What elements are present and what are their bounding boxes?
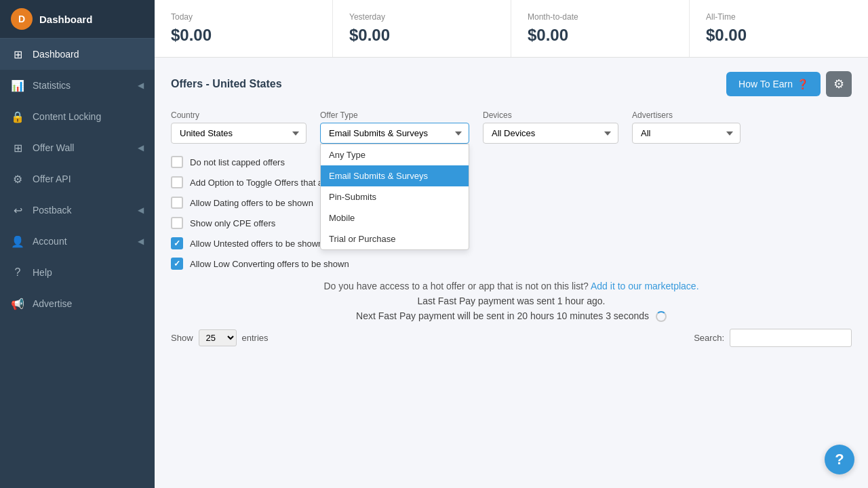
stat-alltime-label: All-Time [706,12,852,22]
stat-month-value: $0.00 [528,26,673,45]
dating-checkbox[interactable] [171,197,183,209]
offer-type-dropdown-container: Email Submits & Surveys Any Type Email S… [320,123,469,144]
stat-month: Month-to-date $0.00 [511,0,690,57]
checkbox-row-toggle-offers: Add Option to Toggle Offers that apply t… [171,176,852,188]
marketplace-text: Do you have access to a hot offer or app… [171,281,852,291]
checkbox-row-cpe: Show only CPE offers [171,217,852,229]
fast-pay-spinner [656,311,667,322]
postback-arrow-icon: ◀ [138,205,144,215]
checkboxes-area: Do not list capped offers Add Option to … [171,156,852,270]
info-section: Do you have access to a hot offer or app… [171,281,852,322]
sidebar-item-content-locking[interactable]: 🔒 Content Locking [0,101,155,132]
statistics-icon: 📊 [11,79,24,92]
capped-checkbox[interactable] [171,156,183,168]
stat-today-value: $0.00 [171,26,316,45]
sidebar-item-account[interactable]: 👤 Account ◀ [0,226,155,257]
sidebar-item-advertise[interactable]: 📢 Advertise [0,288,155,319]
sidebar-item-dashboard-label: Dashboard [33,49,144,60]
stat-month-label: Month-to-date [528,12,673,22]
checkbox-row-dating: Allow Dating offers to be shown [171,197,852,209]
dashboard-logo-icon: D [11,8,33,30]
offer-wall-arrow-icon: ◀ [138,143,144,152]
advertisers-label: Advertisers [632,110,741,120]
search-right: Search: [694,329,852,347]
how-to-earn-button[interactable]: How To Earn ❓ [726,72,821,96]
postback-icon: ↩ [11,203,24,217]
sidebar-item-advertise-label: Advertise [33,298,144,309]
stat-yesterday-value: $0.00 [349,26,494,45]
sidebar-item-offer-wall-label: Offer Wall [33,142,138,153]
capped-label: Do not list capped offers [190,157,285,167]
offer-wall-icon: ⊞ [11,141,24,155]
cpe-checkbox[interactable] [171,217,183,229]
settings-icon: ⚙ [833,77,844,92]
search-input[interactable] [730,329,852,347]
offers-title: Offers - United States [171,78,282,90]
help-bubble[interactable]: ? [825,445,854,474]
filters-row: Country United States Offer Type Email S… [171,110,852,144]
devices-select[interactable]: All Devices [483,123,618,144]
entries-select[interactable]: 25 50 100 [199,329,237,346]
offer-api-icon: ⚙ [11,172,24,186]
checkbox-row-untested: Allow Untested offers to be shown [171,237,852,249]
sidebar-item-statistics-label: Statistics [33,80,138,91]
search-label: Search: [694,333,724,343]
question-icon: ❓ [797,79,808,89]
stat-today-label: Today [171,12,316,22]
sidebar-item-help-label: Help [33,267,144,278]
checkbox-row-low-converting: Allow Low Converting offers to be shown [171,258,852,270]
account-arrow-icon: ◀ [138,237,144,246]
statistics-arrow-icon: ◀ [138,81,144,90]
sidebar-item-postback[interactable]: ↩ Postback ◀ [0,195,155,226]
country-filter-group: Country United States [171,110,307,144]
offer-type-selected-value: Email Submits & Surveys [329,128,428,138]
offer-type-dropdown-menu: Any Type Email Submits & Surveys Pin-Sub… [320,144,469,250]
sidebar-item-statistics[interactable]: 📊 Statistics ◀ [0,70,155,101]
sidebar-item-offer-api[interactable]: ⚙ Offer API [0,163,155,195]
offer-type-select-box[interactable]: Email Submits & Surveys [320,123,469,144]
content-locking-icon: 🔒 [11,110,24,123]
help-icon: ? [11,266,24,279]
stat-today: Today $0.00 [155,0,333,57]
devices-label: Devices [483,110,618,120]
account-icon: 👤 [11,235,24,248]
stat-yesterday: Yesterday $0.00 [333,0,511,57]
sidebar-item-offer-api-label: Offer API [33,174,144,184]
sidebar-logo-text: Dashboard [39,14,92,25]
sidebar-item-content-locking-label: Content Locking [33,111,144,122]
advertisers-select[interactable]: All [632,123,741,144]
untested-label: Allow Untested offers to be shown [190,239,323,249]
offers-header: Offers - United States How To Earn ❓ ⚙ [171,71,852,97]
toggle-offers-checkbox[interactable] [171,176,183,188]
stat-alltime-value: $0.00 [706,26,852,45]
sidebar-item-dashboard[interactable]: ⊞ Dashboard [0,39,155,70]
dropdown-option-mobile[interactable]: Mobile [321,207,469,228]
dropdown-option-any-type[interactable]: Any Type [321,144,469,165]
devices-filter-group: Devices All Devices [483,110,618,144]
sidebar: D Dashboard ⊞ Dashboard 📊 Statistics ◀ 🔒… [0,0,155,488]
sidebar-logo: D Dashboard [0,0,155,39]
entries-label: entries [242,333,269,343]
country-select[interactable]: United States [171,123,307,144]
sidebar-item-offer-wall[interactable]: ⊞ Offer Wall ◀ [0,132,155,163]
stat-alltime: All-Time $0.00 [690,0,868,57]
settings-button[interactable]: ⚙ [826,71,852,97]
offer-type-filter-group: Offer Type Email Submits & Surveys Any T… [320,110,469,144]
dashboard-icon: ⊞ [11,47,24,61]
low-converting-checkbox[interactable] [171,258,183,270]
untested-checkbox[interactable] [171,237,183,249]
dating-label: Allow Dating offers to be shown [190,198,313,208]
sidebar-item-help[interactable]: ? Help [0,257,155,288]
sidebar-item-account-label: Account [33,236,138,247]
stat-yesterday-label: Yesterday [349,12,494,22]
sidebar-item-postback-label: Postback [33,205,138,216]
header-right: How To Earn ❓ ⚙ [726,71,852,97]
fast-pay-2-text: Next Fast Pay payment will be sent in 20… [171,310,852,322]
offer-type-label: Offer Type [320,110,469,120]
how-to-earn-label: How To Earn [738,79,793,89]
dropdown-option-pin-submits[interactable]: Pin-Submits [321,186,469,207]
dropdown-option-trial-purchase[interactable]: Trial or Purchase [321,228,469,249]
marketplace-link[interactable]: Add it to our marketplace. [591,281,699,291]
dropdown-option-email-submits[interactable]: Email Submits & Surveys [321,165,469,186]
fast-pay-1-text: Last Fast Pay payment was sent 1 hour ag… [171,296,852,306]
